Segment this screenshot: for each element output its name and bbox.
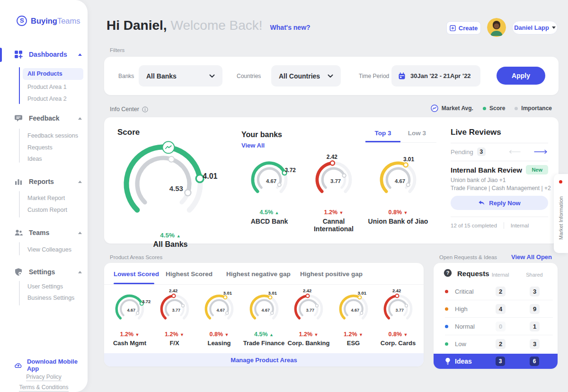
reply-now-button[interactable]: Reply Now: [451, 196, 548, 210]
review-item: Internal Bank Review New: [451, 166, 548, 174]
sidebar-item-feedback[interactable]: Feedback: [14, 112, 82, 125]
sidebar-item-requests[interactable]: Requests: [27, 142, 53, 153]
banks-select[interactable]: All Banks: [139, 65, 222, 87]
score-section-title: Score: [117, 128, 140, 137]
legend-score: Score: [483, 105, 505, 112]
banks-select-value: All Banks: [146, 72, 177, 80]
priority-dot-high: [445, 307, 448, 311]
sidebar-item-business-settings[interactable]: Business Settings: [27, 293, 74, 303]
gauge-label: Cash Mgmt: [108, 340, 151, 347]
date-range-picker[interactable]: 30Jan '22 - 21Apr '22: [391, 65, 480, 87]
pending-row: Pending 3: [451, 147, 548, 157]
sidebar-item-label: Dashboards: [29, 51, 67, 58]
page-title: Hi Daniel, Welcome Back! What's new?: [106, 18, 311, 33]
chevron-down-icon: [552, 26, 556, 29]
sidebar-item-product-area-2[interactable]: Product Area 2: [27, 94, 67, 104]
completed-count: 12 of 15 completed: [451, 223, 497, 228]
change-indicator: 4.5% ▲: [242, 331, 286, 338]
view-all-link[interactable]: View All: [241, 142, 265, 149]
sidebar-item-custom-report[interactable]: Custom Report: [27, 205, 67, 215]
gauge-chart: 3.724.67: [106, 287, 153, 326]
gauge-chart: 3.014.67: [330, 287, 377, 326]
svg-text:3.01: 3.01: [223, 290, 232, 296]
avatar[interactable]: [487, 18, 506, 37]
sidebar-item-view-colleagues[interactable]: View Colleagues: [27, 244, 71, 255]
request-row-low[interactable]: Low 2 3: [434, 335, 558, 353]
market-information-tab[interactable]: Market Information: [554, 174, 568, 253]
priority-dot-critical: [445, 290, 448, 293]
sidebar-item-reports[interactable]: Reports: [14, 175, 82, 188]
gauge-label: Cannal International: [303, 218, 364, 233]
tab-highest-negative-gap[interactable]: Highest negative gap: [226, 270, 291, 278]
reports-icon: [14, 177, 23, 186]
next-arrow-icon[interactable]: [534, 149, 548, 154]
create-button[interactable]: Create: [446, 21, 481, 35]
divider: [504, 222, 504, 229]
svg-text:2.42: 2.42: [169, 288, 177, 293]
product-gauge-esg: 3.014.67 1.2% ▼ ESG: [332, 287, 375, 350]
gauge-chart: 2.423.77: [285, 287, 332, 326]
internal-count: 2: [496, 287, 506, 296]
change-indicator: 0.8% ▼: [368, 209, 428, 216]
request-row-high[interactable]: High 4 9: [434, 300, 558, 318]
review-type: Internal: [511, 223, 529, 228]
download-mobile-app-link[interactable]: Download Mobile App: [14, 358, 88, 372]
ideas-row[interactable]: Ideas 3 6: [434, 354, 558, 369]
sidebar-item-dashboards[interactable]: Dashboards: [14, 48, 82, 61]
svg-text:4.01: 4.01: [203, 172, 217, 180]
tab-lowest-scored[interactable]: Lowest Scored: [114, 270, 159, 278]
tab-low-3[interactable]: Low 3: [400, 130, 434, 142]
tab-highest-scored[interactable]: Highest Scored: [166, 270, 213, 278]
internal-count: 4: [496, 304, 506, 314]
sidebar-item-teams[interactable]: Teams: [14, 226, 82, 239]
gauge-label: Corp. Banking: [287, 340, 330, 347]
bank-gauges: 3.724.67 4.5% ▲ ABCD Bank 2.423.77 1.2% …: [239, 151, 428, 227]
request-row-normal[interactable]: Normal 0 1: [434, 318, 558, 335]
sidebar-item-user-settings[interactable]: User Settings: [27, 281, 63, 292]
tab-highest-positive-gap[interactable]: Highest positive gap: [300, 270, 363, 278]
request-row-critical[interactable]: Critical 2 3: [434, 283, 558, 300]
whats-new-link[interactable]: What's new?: [270, 24, 311, 31]
collapse-icon: [78, 232, 82, 234]
live-reviews-title: Live Reviews: [451, 128, 501, 137]
teams-icon: [14, 228, 23, 237]
countries-select[interactable]: All Countries: [271, 65, 341, 87]
apply-button[interactable]: Apply: [497, 67, 545, 85]
view-all-open-link[interactable]: View All Open: [483, 253, 552, 261]
terms-conditions-link[interactable]: Terms & Conditions: [0, 384, 88, 391]
calendar-icon: [398, 72, 406, 80]
svg-text:3.77: 3.77: [172, 308, 180, 313]
svg-text:3.77: 3.77: [396, 308, 404, 313]
feedback-icon: [14, 114, 23, 122]
collapse-icon: [78, 271, 82, 273]
svg-text:4.67: 4.67: [266, 178, 276, 184]
prev-arrow-icon[interactable]: [508, 149, 521, 154]
brand-logo: BuyingTeams: [16, 15, 80, 26]
svg-text:?: ?: [446, 270, 450, 276]
gauge-chart: 2.423.77: [304, 151, 363, 201]
svg-text:2.42: 2.42: [303, 288, 311, 293]
sidebar-item-feedback-sessions[interactable]: Feedback sessions: [27, 131, 78, 141]
date-range-value: 30Jan '22 - 21Apr '22: [410, 72, 471, 79]
dashboard-page: BuyingTeams Dashboards All Products Prod…: [0, 0, 568, 392]
tab-top-3[interactable]: Top 3: [365, 130, 400, 142]
info-icon[interactable]: [142, 106, 148, 113]
manage-product-areas-link[interactable]: Manage Product Areas: [231, 357, 297, 364]
col-shared: Shared: [523, 272, 546, 278]
active-indicator: [0, 48, 2, 62]
sidebar-item-settings[interactable]: Settings: [14, 265, 82, 279]
sidebar-item-product-area-1[interactable]: Product Area 1: [27, 82, 67, 92]
sidebar-item-label: Reports: [29, 178, 54, 185]
legend-market-avg: Market Avg.: [431, 105, 473, 112]
sidebar-item-all-products[interactable]: All Products: [23, 68, 83, 80]
internal-count: 2: [496, 339, 506, 349]
review-products-line: Trade Finance | Cash Management | +2: [451, 185, 551, 192]
privacy-policy-link[interactable]: Privacy Policy: [0, 374, 88, 380]
sidebar-item-market-report[interactable]: Market Report: [27, 193, 65, 203]
user-menu[interactable]: Daniel Lapp: [512, 21, 558, 35]
svg-text:4.67: 4.67: [127, 308, 135, 313]
svg-text:4.67: 4.67: [351, 308, 359, 313]
sidebar-item-ideas[interactable]: Ideas: [27, 154, 42, 164]
time-period-label: Time Period: [359, 73, 389, 79]
ideas-internal-count: 3: [496, 357, 505, 366]
